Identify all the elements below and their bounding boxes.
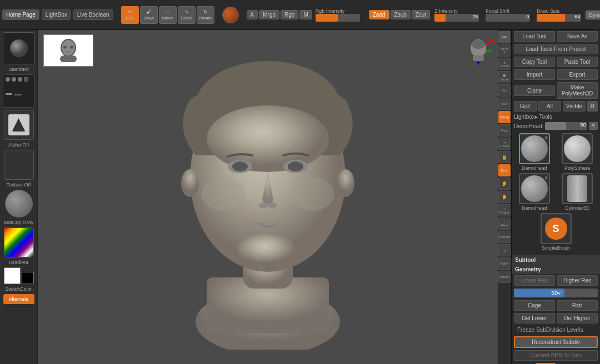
rotate-fill-button[interactable]: ↺	[498, 244, 511, 256]
home-page-button[interactable]: Home Page	[2, 9, 39, 20]
demohead1-badge: 2	[545, 135, 547, 140]
rstr-button[interactable]: Rstr	[557, 300, 598, 311]
3d-viewport-render[interactable]	[38, 30, 498, 364]
move-tool-button[interactable]: ↔ Move	[159, 6, 177, 24]
import-button[interactable]: Import	[514, 69, 555, 80]
alpha-thumbnail[interactable]	[4, 110, 34, 140]
alternate-button[interactable]: Alternate	[3, 294, 34, 304]
sdiv-text: SDv	[514, 289, 598, 297]
lower-res-button[interactable]: Lower Res	[514, 275, 555, 286]
draw-size-slider[interactable]: 64	[537, 14, 581, 22]
paste-tool-button[interactable]: Paste Tool	[557, 57, 598, 67]
persp-button[interactable]: Persp	[498, 111, 511, 123]
tool-thumbnail-demohead1[interactable]: 2	[519, 133, 550, 164]
rgb-intensity-slider[interactable]	[316, 14, 360, 22]
higher-res-button[interactable]: Higher Res	[557, 275, 598, 286]
demohead-slider[interactable]: 50	[545, 122, 587, 130]
z-intensity-value: 25	[472, 14, 478, 19]
rotate-tool-button[interactable]: ↻ Rotate	[197, 6, 214, 24]
svg-point-16	[259, 203, 268, 208]
spix-button[interactable]: SPix 3	[498, 44, 511, 57]
switch-color-area[interactable]	[4, 267, 34, 284]
scroll-button[interactable]: ⇕ Scroll	[498, 58, 511, 70]
channel-m-button[interactable]: M	[299, 10, 312, 19]
texture-thumbnail[interactable]	[4, 150, 34, 180]
ear-button-2[interactable]: 👂	[498, 191, 511, 203]
move-icon: ↔	[165, 9, 170, 14]
bpr-button[interactable]: BPr	[498, 31, 511, 43]
ear-button-1[interactable]: 👂	[498, 178, 511, 190]
gradient-swatch[interactable]	[4, 228, 34, 257]
actual-button[interactable]: Actl	[498, 84, 511, 97]
tool-cell-demohead1: 2 DemoHead	[514, 133, 555, 171]
res-row: Lower Res Higher Res	[512, 274, 600, 287]
svg-point-21	[201, 178, 246, 211]
lsym-button[interactable]: ⇔ L.Sym	[498, 138, 511, 150]
tool-thumbnail-demohead2[interactable]: 2	[519, 173, 550, 204]
visible-button[interactable]: Visible	[563, 101, 586, 112]
dots-area[interactable]	[3, 74, 35, 108]
geometry-header: Geometry	[512, 265, 600, 274]
del-row: Del Lower Del Higher	[512, 312, 600, 325]
clone-button[interactable]: Clone	[514, 85, 555, 96]
zadd-button[interactable]: Zadd	[369, 10, 389, 19]
draw-tool-button[interactable]: 🖌 Draw	[140, 6, 158, 24]
load-tools-project-button[interactable]: Load Tools From Project	[514, 44, 598, 54]
goz-button[interactable]: GoZ	[514, 101, 537, 112]
color-swatch-black[interactable]	[22, 272, 34, 284]
color-swatch-white[interactable]	[4, 267, 21, 284]
export-button[interactable]: Export	[557, 69, 598, 80]
brush-thumbnail[interactable]	[3, 32, 35, 64]
zoom-button[interactable]: 🔍 Zoom	[498, 71, 511, 83]
lightbox-button[interactable]: LightBox	[42, 9, 71, 20]
all-button[interactable]: All	[538, 101, 561, 112]
floor-button[interactable]: Floor	[498, 124, 511, 136]
lock-button[interactable]: 🔒	[498, 151, 511, 163]
copy-tool-button[interactable]: Copy Tool	[514, 57, 555, 67]
reconstruct-subdiv-button[interactable]: Reconstruct Subdiv	[514, 336, 598, 348]
matcap-sphere[interactable]	[5, 190, 33, 218]
tool-thumbnail-cylinder[interactable]	[562, 173, 593, 204]
channel-rgb-button[interactable]: Rgb	[281, 10, 298, 19]
convert-bpr-button[interactable]: Convert BPR To Geo	[514, 350, 598, 361]
transp-button[interactable]: Transp	[498, 271, 511, 283]
tool-thumbnail-polysphere[interactable]	[562, 133, 593, 164]
channel-a-button[interactable]: A	[247, 10, 258, 19]
r-button[interactable]: R	[587, 101, 598, 112]
demohead-slider-fill	[545, 122, 566, 130]
copy-paste-row: Copy Tool Paste Tool	[512, 55, 600, 68]
viewport[interactable]	[38, 30, 498, 364]
zsub-button[interactable]: Zsub	[391, 10, 411, 19]
move-button[interactable]: ↕ Move	[498, 218, 511, 230]
focal-shift-value: 0	[526, 14, 529, 19]
3d-gizmo[interactable]	[462, 34, 495, 68]
material-sphere-icon[interactable]	[222, 7, 239, 23]
make-polymesh-button[interactable]: Make PolyMesh3D	[557, 82, 598, 99]
dynamic-button[interactable]: Dynamic	[586, 11, 600, 19]
svg-point-19	[181, 169, 199, 197]
scale-tool-button[interactable]: ⤡ Scale	[178, 6, 196, 24]
tool-thumbnail-simplebrush[interactable]: S	[541, 213, 572, 244]
switch-color-label: SwitchColor	[5, 286, 32, 292]
frame-button[interactable]: ⬚ Frame	[498, 204, 511, 216]
del-higher-button[interactable]: Del Higher	[557, 313, 598, 323]
polyf-button[interactable]: PolyF	[498, 257, 511, 270]
cage-button[interactable]: Cage	[514, 300, 555, 311]
focal-shift-slider[interactable]: 0	[486, 14, 530, 22]
save-as-button[interactable]: Save As	[557, 31, 598, 42]
load-tool-button[interactable]: Load Tool	[514, 31, 555, 42]
zoom3d-button[interactable]: ZoomID	[498, 231, 511, 243]
scale-icon: ⤡	[184, 9, 189, 14]
live-boolean-button[interactable]: Live Boolean	[73, 9, 113, 20]
channel-mrgb-button[interactable]: Mrgb	[259, 10, 279, 19]
zcut-button[interactable]: Zcut	[412, 10, 430, 19]
demohead-r-button[interactable]: R	[589, 122, 598, 130]
edit-tool-button[interactable]: ✏ Edit	[121, 6, 139, 24]
sdiv-slider[interactable]: SDv	[514, 289, 598, 297]
aahalf-button[interactable]: AAHf	[498, 98, 511, 110]
demohead-label: DemoHead:	[514, 123, 543, 129]
matcap-label: MatCap Gray	[4, 220, 34, 225]
qrxz-button[interactable]: Qrxz	[498, 164, 511, 176]
z-intensity-slider[interactable]: 25	[434, 14, 479, 22]
del-lower-button[interactable]: Del Lower	[514, 313, 555, 323]
